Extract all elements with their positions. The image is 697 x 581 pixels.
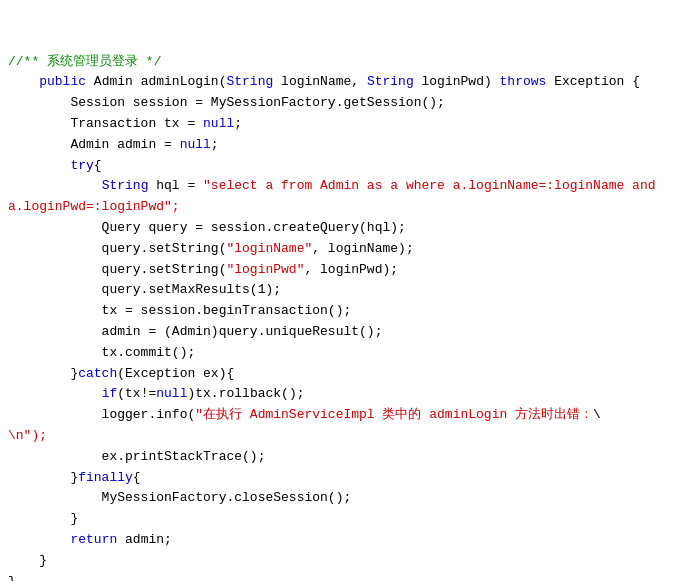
code-token: \n"); bbox=[8, 428, 47, 443]
code-line: Session session = MySessionFactory.getSe… bbox=[8, 93, 689, 114]
code-token: String bbox=[226, 74, 273, 89]
code-token: ; bbox=[211, 137, 219, 152]
code-token: / bbox=[154, 54, 162, 69]
code-line: Query query = session.createQuery(hql); bbox=[8, 218, 689, 239]
code-token: if bbox=[102, 386, 118, 401]
code-line: \n"); bbox=[8, 426, 689, 447]
code-token: String bbox=[367, 74, 414, 89]
code-token: query.setString( bbox=[8, 241, 226, 256]
code-line: String hql = "select a from Admin as a w… bbox=[8, 176, 689, 197]
code-token: tx = session.beginTransaction(); bbox=[8, 303, 351, 318]
code-line: Admin admin = null; bbox=[8, 135, 689, 156]
code-token: admin; bbox=[117, 532, 172, 547]
code-token: return bbox=[70, 532, 117, 547]
code-token: public bbox=[39, 74, 86, 89]
code-token: ex.printStackTrace(); bbox=[8, 449, 265, 464]
code-line: return admin; bbox=[8, 530, 689, 551]
code-token: logger.info( bbox=[8, 407, 195, 422]
code-line: tx = session.beginTransaction(); bbox=[8, 301, 689, 322]
code-token: // bbox=[8, 54, 24, 69]
code-token: "loginName" bbox=[226, 241, 312, 256]
code-token: null bbox=[156, 386, 187, 401]
code-token: } bbox=[8, 574, 16, 581]
code-token: MySessionFactory.closeSession(); bbox=[8, 490, 351, 505]
code-block: //** 系统管理员登录 */ public Admin adminLogin(… bbox=[0, 0, 697, 581]
code-token: (Exception ex){ bbox=[117, 366, 234, 381]
code-token: Query query = session.createQuery(hql); bbox=[8, 220, 406, 235]
code-line: } bbox=[8, 572, 689, 581]
code-token: null bbox=[180, 137, 211, 152]
code-line: }finally{ bbox=[8, 468, 689, 489]
code-token bbox=[8, 74, 39, 89]
code-token: Exception { bbox=[546, 74, 640, 89]
code-token: Transaction tx = bbox=[8, 116, 203, 131]
code-token: { bbox=[94, 158, 102, 173]
code-token bbox=[8, 158, 70, 173]
code-line: }catch(Exception ex){ bbox=[8, 364, 689, 385]
code-line: Transaction tx = null; bbox=[8, 114, 689, 135]
code-token: )tx.rollback(); bbox=[187, 386, 304, 401]
code-token: hql = bbox=[148, 178, 203, 193]
code-token: query.setString( bbox=[8, 262, 226, 277]
code-token: try bbox=[70, 158, 93, 173]
code-token: "在执行 AdminServiceImpl 类中的 adminLogin 方法时… bbox=[195, 407, 593, 422]
code-line: tx.commit(); bbox=[8, 343, 689, 364]
code-token: (tx!= bbox=[117, 386, 156, 401]
code-line: logger.info("在执行 AdminServiceImpl 类中的 ad… bbox=[8, 405, 689, 426]
code-line: MySessionFactory.closeSession(); bbox=[8, 488, 689, 509]
code-token: catch bbox=[78, 366, 117, 381]
code-token: null bbox=[203, 116, 234, 131]
code-line: try{ bbox=[8, 156, 689, 177]
code-token: Admin adminLogin( bbox=[86, 74, 226, 89]
code-line: //** 系统管理员登录 */ bbox=[8, 52, 689, 73]
code-token: \ bbox=[593, 407, 601, 422]
code-line: query.setMaxResults(1); bbox=[8, 280, 689, 301]
code-token: "; bbox=[164, 199, 180, 214]
code-line: if(tx!=null)tx.rollback(); bbox=[8, 384, 689, 405]
code-token: } bbox=[8, 511, 78, 526]
code-token: "loginPwd" bbox=[226, 262, 304, 277]
code-token: , loginName); bbox=[312, 241, 413, 256]
code-token: { bbox=[133, 470, 141, 485]
code-token: } bbox=[8, 366, 78, 381]
code-token: loginPwd) bbox=[414, 74, 500, 89]
code-token bbox=[8, 178, 102, 193]
code-line: query.setString("loginName", loginName); bbox=[8, 239, 689, 260]
code-line: query.setString("loginPwd", loginPwd); bbox=[8, 260, 689, 281]
code-token bbox=[8, 386, 102, 401]
code-line: a.loginPwd=:loginPwd"; bbox=[8, 197, 689, 218]
code-line: } bbox=[8, 509, 689, 530]
code-token: Session session = MySessionFactory.getSe… bbox=[8, 95, 445, 110]
code-token: String bbox=[102, 178, 149, 193]
code-token: a.loginPwd=:loginPwd bbox=[8, 199, 164, 214]
code-line: ex.printStackTrace(); bbox=[8, 447, 689, 468]
code-token bbox=[8, 532, 70, 547]
code-token: Admin admin = bbox=[8, 137, 180, 152]
code-token: finally bbox=[78, 470, 133, 485]
code-token: throws bbox=[500, 74, 547, 89]
code-token: } bbox=[8, 553, 47, 568]
code-line: public Admin adminLogin(String loginName… bbox=[8, 72, 689, 93]
code-token: "select a from Admin as a where a.loginN… bbox=[203, 178, 655, 193]
code-line: } bbox=[8, 551, 689, 572]
code-token: , loginPwd); bbox=[304, 262, 398, 277]
code-token: ** 系统管理员登录 * bbox=[24, 54, 154, 69]
code-line: admin = (Admin)query.uniqueResult(); bbox=[8, 322, 689, 343]
code-token: admin = (Admin)query.uniqueResult(); bbox=[8, 324, 382, 339]
code-token: loginName, bbox=[273, 74, 367, 89]
code-token: } bbox=[8, 470, 78, 485]
code-token: tx.commit(); bbox=[8, 345, 195, 360]
code-token: ; bbox=[234, 116, 242, 131]
code-token: query.setMaxResults(1); bbox=[8, 282, 281, 297]
